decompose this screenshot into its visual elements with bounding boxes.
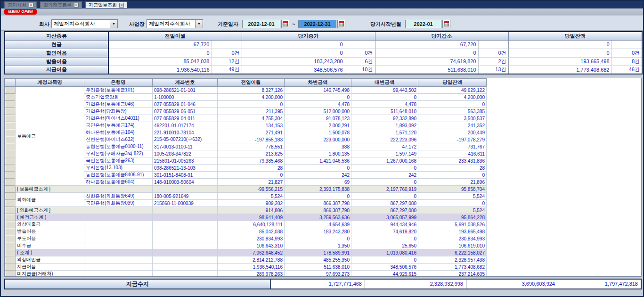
row-indicator[interactable] — [5, 256, 16, 264]
tab-voucher-entry[interactable]: 결의전표등록× — [40, 1, 82, 8]
grid-row: [ 외화예금소계 ]914,806866,387,798867,297,0805… — [5, 207, 487, 214]
amount-cell: 1,597,149 — [351, 150, 418, 157]
site-label: 사업장 — [121, 21, 145, 28]
row-indicator[interactable] — [5, 165, 16, 172]
amount-cell: 237,214,605 — [418, 271, 487, 277]
row-indicator[interactable] — [5, 228, 16, 235]
row-indicator[interactable] — [5, 136, 16, 143]
site-select[interactable]: 제일저지주식회사 ▼ — [147, 19, 203, 28]
date-from-input[interactable]: 2022-12-01 — [242, 20, 280, 28]
grid-row: 외상매입금2,814,212,788485,255,35002,328,957,… — [5, 256, 487, 264]
close-icon[interactable]: × — [119, 3, 124, 8]
row-indicator[interactable] — [5, 129, 16, 136]
row-indicator[interactable] — [5, 115, 16, 122]
row-indicator[interactable] — [5, 214, 16, 221]
account-number-cell — [153, 256, 218, 264]
summary-count-cell: 0건 — [611, 49, 642, 57]
company-select[interactable]: 제일저지주식회사 ▼ — [51, 19, 118, 28]
row-indicator[interactable] — [5, 122, 16, 129]
site-value: 제일저지주식회사 — [147, 20, 195, 27]
account-name-cell: ( 예적금소계 ) — [16, 214, 84, 221]
row-indicator[interactable] — [5, 94, 16, 101]
amount-cell: 511,638,010 — [285, 264, 351, 271]
amount-cell: 99,443,502 — [351, 87, 418, 94]
amount-cell: 867,297,080 — [351, 200, 418, 207]
row-indicator[interactable] — [5, 264, 16, 271]
tab-label: 자금일보조회 — [89, 2, 117, 8]
close-icon[interactable]: × — [29, 3, 33, 8]
amount-cell: 178,589,991 — [285, 249, 351, 256]
amount-cell: 909,282 — [218, 200, 285, 207]
amount-cell: 230,834,993 — [418, 235, 487, 242]
calendar-button-to[interactable] — [337, 20, 345, 28]
row-indicator[interactable] — [5, 172, 16, 179]
bank-name-cell: 기업은행(보통예금046) — [84, 101, 153, 108]
amount-cell: 778,551 — [218, 143, 285, 150]
calendar-button-from[interactable] — [281, 20, 289, 28]
footer-total-cell: 3,690,603,924 — [466, 280, 558, 289]
amount-cell: 0 — [418, 200, 487, 207]
amount-cell: 2,814,212,788 — [218, 256, 285, 264]
row-indicator[interactable] — [5, 249, 16, 256]
row-indicator[interactable] — [5, 150, 16, 157]
chevron-down-icon[interactable]: ▼ — [195, 20, 203, 28]
summary-count-cell: 46건 — [611, 66, 642, 74]
bank-name-cell: 국민은행(외화통장039) — [84, 200, 153, 207]
amount-cell: 213,625 — [218, 150, 285, 157]
bank-name-cell: 우리은행(보통예금101) — [84, 87, 153, 94]
tab-notices[interactable]: 공지사항× — [4, 1, 37, 8]
amount-cell: 183,243,280 — [285, 228, 351, 235]
bank-name-cell: 농협은행(보통예금8408-91) — [84, 172, 153, 179]
period-start-input[interactable]: 2022-01 — [405, 20, 441, 28]
amount-cell: -4,654,639 — [285, 221, 351, 228]
row-indicator[interactable] — [5, 193, 16, 200]
row-indicator[interactable] — [5, 101, 16, 108]
menu-open-button[interactable]: MENU OPEN — [4, 9, 37, 15]
date-to-input[interactable]: 2022-12-31 — [298, 20, 336, 28]
row-indicator[interactable] — [5, 108, 16, 115]
summary-count-cell — [345, 40, 375, 49]
close-icon[interactable]: × — [74, 3, 79, 8]
amount-cell: 242 — [285, 172, 351, 179]
row-indicator[interactable] — [5, 186, 16, 193]
row-indicator[interactable] — [5, 200, 16, 207]
grid-row: 외화예금신한은행(외화통장649)180-005-9216495,524005,… — [5, 193, 487, 200]
summary-table: 자산종류전일이월당기증가당기감소당일잔액현금67,720067,7200할인어음… — [4, 31, 643, 74]
account-number-cell: 027-055829-04-011 — [153, 115, 218, 122]
row-indicator[interactable] — [5, 87, 16, 94]
amount-cell: 0 — [285, 193, 351, 200]
row-indicator[interactable] — [5, 157, 16, 165]
row-indicator[interactable] — [5, 235, 16, 242]
grid-row: 지급어음1,936,540,116511,638,010348,506,5761… — [5, 264, 487, 271]
grid-header: 대변금액 — [351, 79, 418, 87]
chevron-down-icon[interactable]: ▼ — [110, 20, 117, 28]
row-indicator[interactable] — [5, 207, 16, 214]
summary-amount-cell: 348,506,576 — [242, 66, 345, 74]
grid-header: 계좌번호 — [153, 79, 218, 87]
account-number-cell: 098-286521-01-101 — [153, 87, 218, 94]
row-indicator[interactable] — [5, 143, 16, 150]
bank-name-cell — [84, 235, 153, 242]
amount-cell: 211,395 — [218, 108, 285, 115]
summary-count-cell: 0건 — [478, 49, 508, 57]
amount-cell: 1,350 — [285, 242, 351, 249]
row-indicator[interactable] — [5, 242, 16, 249]
amount-cell: 4,200,000 — [218, 94, 285, 101]
summary-count-cell: 13건 — [478, 66, 508, 74]
amount-cell: 1,267,000,168 — [351, 157, 418, 165]
amount-cell: 5,691,038,526 — [418, 221, 487, 228]
row-indicator[interactable] — [5, 271, 16, 277]
amount-cell: 866,387,798 — [285, 207, 351, 214]
amount-cell: 0 — [285, 94, 351, 101]
summary-row-label: 할인어음 — [5, 49, 108, 57]
summary-amount-cell: 1,773,408,682 — [508, 66, 611, 74]
row-indicator[interactable] — [5, 179, 16, 186]
row-indicator[interactable] — [5, 221, 16, 228]
calendar-button-period[interactable] — [442, 20, 450, 28]
account-number-cell — [153, 264, 218, 271]
tab-fund-daily-report[interactable]: 자금일보조회× — [85, 1, 127, 8]
account-number-cell: 215801-01-005263 — [153, 157, 218, 165]
amount-cell: 223,000,000 — [285, 136, 351, 143]
amount-cell: 0 — [351, 165, 418, 172]
amount-cell: 241,352 — [418, 122, 487, 129]
